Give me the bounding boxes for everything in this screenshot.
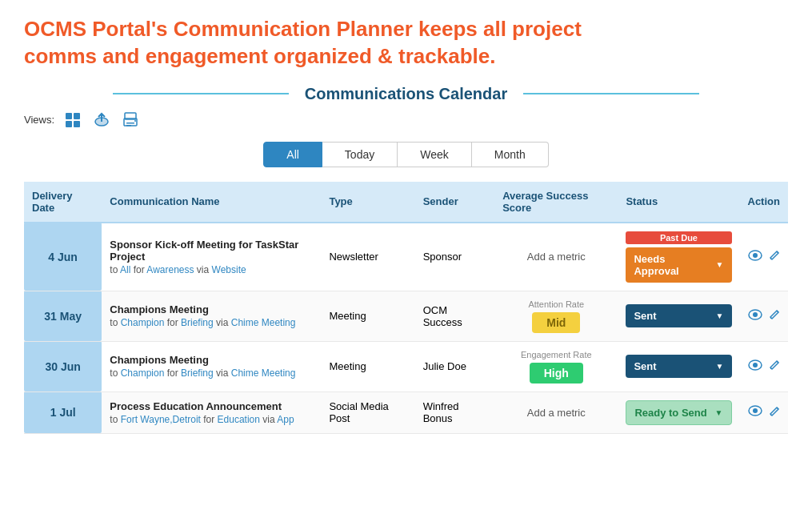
action-cell — [740, 223, 789, 291]
filter-week[interactable]: Week — [398, 142, 472, 167]
metric-label: Engagement Rate — [502, 350, 610, 359]
type-cell: Meeting — [321, 341, 414, 392]
edit-icon[interactable] — [769, 359, 780, 373]
svg-point-13 — [753, 253, 758, 258]
action-cell — [740, 392, 789, 433]
status-label: Ready to Send — [634, 407, 706, 419]
add-metric[interactable]: Add a metric — [527, 407, 586, 419]
filter-all[interactable]: All — [263, 142, 322, 167]
svg-rect-1 — [74, 113, 80, 119]
comm-link[interactable]: Chime Meeting — [231, 367, 296, 379]
status-dropdown[interactable]: Needs Approval▼ — [626, 247, 731, 283]
chevron-down-icon: ▼ — [716, 260, 724, 269]
date-cell: 30 Jun — [24, 341, 102, 392]
status-dropdown[interactable]: Ready to Send▼ — [626, 400, 731, 425]
view-icon[interactable] — [748, 405, 762, 420]
comm-link[interactable]: All — [120, 264, 130, 275]
metric-cell: Engagement RateHigh — [494, 341, 618, 392]
comm-name: Process Education Announcement — [110, 400, 313, 412]
comm-name-cell: Sponsor Kick-off Meeting for TaskStar Pr… — [102, 223, 321, 291]
date-cell: 1 Jul — [24, 392, 102, 433]
edit-icon[interactable] — [769, 406, 780, 420]
sender-cell: Julie Doe — [415, 341, 495, 392]
svg-rect-0 — [66, 113, 72, 119]
comm-link[interactable]: Education — [218, 414, 260, 425]
action-cell — [740, 341, 789, 392]
sender-cell: Winfred Bonus — [415, 392, 495, 433]
svg-rect-9 — [126, 122, 134, 124]
comm-link[interactable]: Briefing — [181, 317, 214, 328]
svg-point-15 — [753, 312, 758, 317]
views-label: Views: — [24, 114, 54, 126]
add-metric[interactable]: Add a metric — [527, 251, 586, 263]
chevron-down-icon: ▼ — [716, 311, 724, 320]
grid-view-icon[interactable] — [62, 110, 83, 131]
comm-link[interactable]: Champion — [121, 317, 165, 328]
views-row: Views: — [24, 110, 788, 131]
table-row: 1 JulProcess Education Announcementto Fo… — [24, 392, 788, 433]
comm-name-cell: Champions Meetingto Champion for Briefin… — [102, 291, 321, 341]
svg-point-17 — [753, 363, 758, 367]
col-action: Action — [740, 182, 789, 223]
comm-name: Sponsor Kick-off Meeting for TaskStar Pr… — [110, 239, 313, 263]
svg-point-11 — [134, 120, 136, 122]
status-alert-badge: Past Due — [626, 231, 731, 244]
comm-link[interactable]: Website — [212, 264, 246, 275]
comm-link[interactable]: Briefing — [181, 367, 214, 379]
calendar-title: Communications Calendar — [305, 85, 507, 103]
print-icon[interactable] — [120, 110, 141, 131]
status-label: Sent — [634, 310, 656, 322]
metric-label: Attention Rate — [502, 299, 610, 309]
comm-sub: to Fort Wayne,Detroit for Education via … — [110, 414, 313, 425]
svg-rect-10 — [126, 125, 131, 126]
date-cell: 4 Jun — [24, 223, 102, 291]
comm-link[interactable]: Awareness — [146, 264, 194, 275]
status-cell: Sent▼ — [618, 291, 739, 341]
svg-point-19 — [753, 408, 758, 413]
view-icon[interactable] — [748, 250, 762, 264]
status-dropdown[interactable]: Sent▼ — [626, 304, 731, 327]
metric-badge: Mid — [532, 312, 580, 333]
status-label: Needs Approval — [634, 253, 710, 277]
comm-link[interactable]: App — [277, 414, 294, 425]
col-type: Type — [321, 182, 414, 223]
status-cell: Past DueNeeds Approval▼ — [618, 223, 739, 291]
action-cell — [740, 291, 789, 341]
col-status: Status — [618, 182, 739, 223]
upload-icon[interactable] — [91, 110, 112, 131]
status-dropdown[interactable]: Sent▼ — [626, 355, 731, 378]
table-row: 31 MayChampions Meetingto Champion for B… — [24, 291, 788, 341]
status-cell: Ready to Send▼ — [618, 392, 739, 433]
metric-cell: Add a metric — [494, 223, 618, 291]
type-cell: Meeting — [321, 291, 414, 341]
view-icon[interactable] — [748, 309, 762, 323]
col-metric: Average Success Score — [494, 182, 618, 223]
table-header-row: Delivery Date Communication Name Type Se… — [24, 182, 788, 223]
comm-link[interactable]: Fort Wayne,Detroit — [121, 414, 201, 425]
comm-sub: to Champion for Briefing via Chime Meeti… — [110, 367, 313, 379]
sender-cell: OCM Success — [415, 291, 495, 341]
metric-cell: Attention RateMid — [494, 291, 618, 341]
table-row: 4 JunSponsor Kick-off Meeting for TaskSt… — [24, 223, 788, 291]
filter-today[interactable]: Today — [322, 142, 398, 167]
type-cell: Newsletter — [321, 223, 414, 291]
comm-sub: to All for Awareness via Website — [110, 264, 313, 275]
edit-icon[interactable] — [769, 250, 780, 263]
communications-table: Delivery Date Communication Name Type Se… — [24, 182, 788, 434]
edit-icon[interactable] — [769, 309, 780, 323]
status-cell: Sent▼ — [618, 341, 739, 392]
view-icon[interactable] — [748, 359, 762, 374]
filter-row: All Today Week Month — [24, 142, 788, 167]
filter-month[interactable]: Month — [472, 142, 549, 167]
metric-badge: High — [530, 363, 583, 383]
table-row: 30 JunChampions Meetingto Champion for B… — [24, 341, 788, 392]
headline: OCMS Portal's Communication Planner keep… — [24, 16, 624, 70]
svg-rect-2 — [66, 121, 72, 127]
col-sender: Sender — [415, 182, 495, 223]
comm-link[interactable]: Champion — [121, 367, 165, 379]
comm-sub: to Champion for Briefing via Chime Meeti… — [110, 317, 313, 328]
comm-link[interactable]: Chime Meeting — [231, 317, 296, 328]
status-label: Sent — [634, 360, 656, 372]
chevron-down-icon: ▼ — [716, 362, 724, 371]
comm-name-cell: Process Education Announcementto Fort Wa… — [102, 392, 321, 433]
